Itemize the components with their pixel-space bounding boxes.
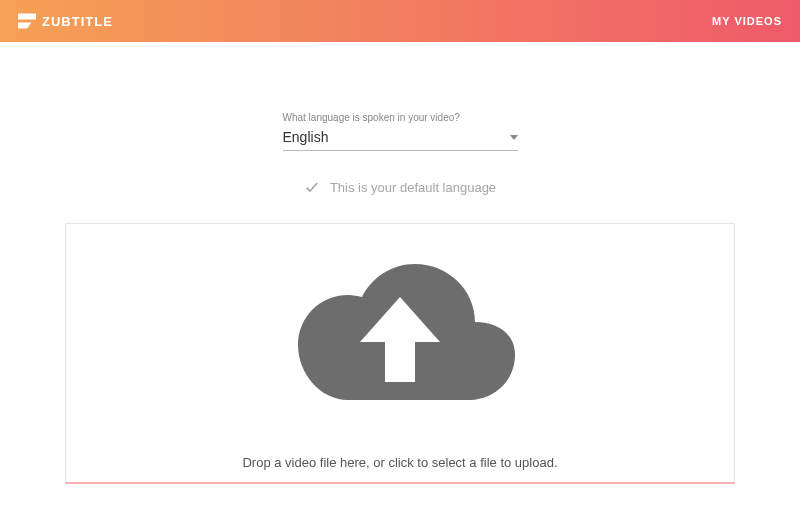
default-language-text: This is your default language: [330, 180, 496, 195]
nav-my-videos[interactable]: MY VIDEOS: [712, 15, 782, 27]
upload-dropzone[interactable]: Drop a video file here, or click to sele…: [65, 223, 735, 484]
main-content: What language is spoken in your video? E…: [0, 112, 800, 484]
language-field-wrap: What language is spoken in your video? E…: [283, 112, 518, 151]
brand-logo-icon: [18, 13, 36, 29]
language-select[interactable]: English: [283, 129, 518, 151]
svg-rect-0: [18, 14, 36, 20]
language-prompt-label: What language is spoken in your video?: [283, 112, 518, 123]
cloud-upload-graphic: [270, 242, 530, 426]
upload-instruction-text: Drop a video file here, or click to sele…: [242, 455, 557, 470]
default-language-row: This is your default language: [304, 179, 496, 195]
language-section: What language is spoken in your video? E…: [65, 112, 735, 195]
brand-name: ZUBTITLE: [42, 14, 113, 29]
svg-marker-1: [18, 23, 32, 29]
language-selected-value: English: [283, 129, 329, 145]
cloud-upload-icon: [270, 242, 530, 422]
brand[interactable]: ZUBTITLE: [18, 13, 113, 29]
chevron-down-icon: [510, 135, 518, 140]
app-header: ZUBTITLE MY VIDEOS: [0, 0, 800, 42]
check-icon: [304, 179, 320, 195]
